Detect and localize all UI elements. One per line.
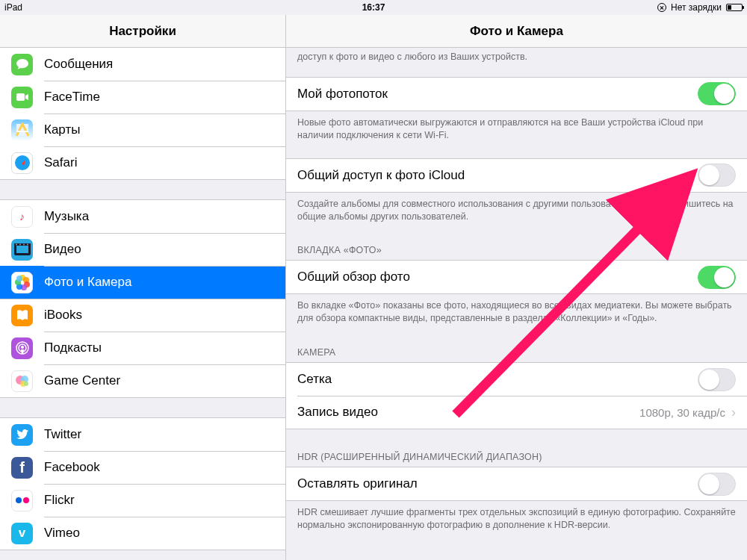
record-video-value: 1080p, 30 кадр/с xyxy=(639,406,725,419)
photos-tab-footer: Во вкладке «Фото» показаны все фото, нах… xyxy=(286,294,747,325)
toggle-grid[interactable] xyxy=(698,368,736,391)
photostream-footer: Новые фото автоматически выгружаются и о… xyxy=(286,111,747,142)
sidebar-item-label: FaceTime xyxy=(44,90,274,105)
sidebar-item-podcasts[interactable]: Подкасты xyxy=(0,332,285,364)
sidebar-item-label: Сообщения xyxy=(44,57,274,72)
hdr-footer: HDR смешивает лучшие фрагменты трех отде… xyxy=(286,501,747,532)
photos-icon xyxy=(11,272,33,293)
icloud-library-footer: доступ к фото и видео с любого из Ваших … xyxy=(286,48,747,63)
svg-point-15 xyxy=(16,276,22,281)
chevron-right-icon: › xyxy=(731,405,736,420)
messages-icon xyxy=(11,54,33,75)
safari-icon xyxy=(11,152,33,174)
row-label: Запись видео xyxy=(297,405,639,420)
music-icon: ♪ xyxy=(11,206,33,228)
not-charging-icon xyxy=(657,3,666,12)
toggle-summarize-photos[interactable] xyxy=(698,266,736,289)
sidebar-item-facebook[interactable]: f Facebook xyxy=(0,451,285,484)
svg-point-23 xyxy=(16,497,22,503)
row-label: Оставлять оригинал xyxy=(297,476,698,491)
row-label: Мой фотопоток xyxy=(297,87,698,102)
svg-rect-0 xyxy=(16,93,25,101)
icloud-sharing-footer: Создайте альбомы для совместного использ… xyxy=(286,193,747,223)
sidebar-item-safari[interactable]: Safari xyxy=(0,146,285,179)
section-header-camera: КАМЕРА xyxy=(286,347,747,362)
podcasts-icon xyxy=(11,337,33,359)
svg-point-22 xyxy=(24,382,28,386)
svg-point-24 xyxy=(23,497,29,503)
maps-icon xyxy=(11,119,33,141)
svg-point-6 xyxy=(19,244,21,246)
toggle-my-photostream[interactable] xyxy=(698,82,736,105)
sidebar-item-facetime[interactable]: FaceTime xyxy=(0,81,285,113)
sidebar-item-label: Safari xyxy=(44,155,274,170)
row-summarize-photos[interactable]: Общий обзор фото xyxy=(286,261,747,293)
sidebar-item-label: Подкасты xyxy=(44,340,274,355)
video-icon xyxy=(11,239,33,261)
sidebar-item-label: Twitter xyxy=(44,427,274,442)
svg-point-18 xyxy=(21,346,24,349)
row-record-video[interactable]: Запись видео 1080p, 30 кадр/с › xyxy=(286,396,747,429)
row-icloud-sharing[interactable]: Общий доступ к фото iCloud xyxy=(286,159,747,192)
charge-label: Нет зарядки xyxy=(671,2,722,13)
vimeo-icon: v xyxy=(11,523,33,544)
sidebar-item-maps[interactable]: Карты xyxy=(0,113,285,146)
detail-title: Фото и Камера xyxy=(286,15,747,48)
section-header-photos-tab: ВКЛАДКА «ФОТО» xyxy=(286,245,747,260)
section-header-hdr: HDR (РАСШИРЕННЫЙ ДИНАМИЧЕСКИЙ ДИАПАЗОН) xyxy=(286,452,747,467)
toggle-keep-original[interactable] xyxy=(698,473,736,496)
sidebar-item-photos[interactable]: Фото и Камера xyxy=(0,266,285,299)
sidebar-item-label: Карты xyxy=(44,122,274,137)
row-label: Сетка xyxy=(297,372,698,387)
ibooks-icon xyxy=(11,305,33,326)
sidebar-item-twitter[interactable]: Twitter xyxy=(0,418,285,451)
clock: 16:37 xyxy=(362,2,385,13)
svg-point-5 xyxy=(16,244,17,246)
row-my-photostream[interactable]: Мой фотопоток xyxy=(286,78,747,111)
gamecenter-icon xyxy=(11,370,33,392)
svg-rect-3 xyxy=(16,246,28,253)
sidebar-item-label: Vimeo xyxy=(44,526,274,541)
sidebar-item-label: Видео xyxy=(44,242,274,257)
sidebar: Настройки Сообщения FaceTime Карты xyxy=(0,15,286,560)
sidebar-item-ibooks[interactable]: iBooks xyxy=(0,299,285,332)
sidebar-item-messages[interactable]: Сообщения xyxy=(0,48,285,81)
sidebar-item-label: Facebook xyxy=(44,460,274,475)
row-grid[interactable]: Сетка xyxy=(286,363,747,396)
flickr-icon xyxy=(11,490,33,511)
svg-point-8 xyxy=(27,244,28,246)
sidebar-item-video[interactable]: Видео xyxy=(0,233,285,266)
sidebar-item-label: Game Center xyxy=(44,373,274,388)
sidebar-item-label: Музыка xyxy=(44,209,274,224)
sidebar-item-label: iBooks xyxy=(44,308,274,323)
battery-icon xyxy=(726,4,743,11)
device-label: iPad xyxy=(4,2,22,13)
twitter-icon xyxy=(11,424,33,446)
sidebar-item-flickr[interactable]: Flickr xyxy=(0,484,285,517)
facetime-icon xyxy=(11,87,33,108)
facebook-icon: f xyxy=(11,457,33,479)
toggle-icloud-sharing[interactable] xyxy=(698,164,736,187)
row-label: Общий доступ к фото iCloud xyxy=(297,168,698,183)
sidebar-title: Настройки xyxy=(0,15,285,48)
detail-pane: Фото и Камера доступ к фото и видео с лю… xyxy=(286,15,747,560)
sidebar-item-vimeo[interactable]: v Vimeo xyxy=(0,517,285,550)
sidebar-item-music[interactable]: ♪ Музыка xyxy=(0,200,285,233)
sidebar-item-label: Flickr xyxy=(44,493,274,508)
sidebar-item-gamecenter[interactable]: Game Center xyxy=(0,364,285,397)
status-bar: iPad 16:37 Нет зарядки xyxy=(0,0,747,15)
row-label: Общий обзор фото xyxy=(297,270,698,284)
svg-point-7 xyxy=(23,244,25,246)
sidebar-item-label: Фото и Камера xyxy=(44,275,274,290)
row-keep-original[interactable]: Оставлять оригинал xyxy=(286,467,747,500)
